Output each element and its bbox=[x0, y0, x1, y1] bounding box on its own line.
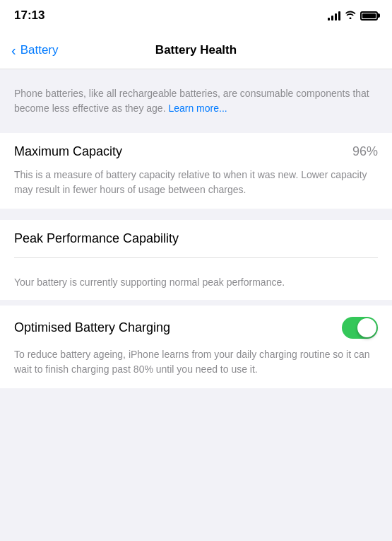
content: Phone batteries, like all rechargeable b… bbox=[0, 69, 392, 388]
toggle-knob bbox=[357, 318, 376, 337]
peak-content: Peak Performance Capability bbox=[0, 220, 392, 257]
section-spacer bbox=[0, 214, 392, 220]
nav-bar: ‹ Battery Battery Health bbox=[0, 31, 392, 69]
charging-row: Optimised Battery Charging bbox=[14, 317, 378, 339]
peak-description-container: Your battery is currently supporting nor… bbox=[0, 258, 392, 300]
info-section: Phone batteries, like all rechargeable b… bbox=[0, 75, 392, 127]
capacity-row: Maximum Capacity 96% bbox=[14, 144, 378, 159]
battery-status-icon bbox=[360, 11, 378, 21]
back-chevron-icon: ‹ bbox=[11, 43, 16, 57]
status-icons bbox=[328, 10, 378, 21]
learn-more-link[interactable]: Learn more... bbox=[168, 103, 227, 114]
back-button[interactable]: ‹ Battery bbox=[11, 43, 59, 57]
charging-description: To reduce battery ageing, iPhone learns … bbox=[14, 347, 378, 377]
capacity-value: 96% bbox=[352, 144, 378, 159]
signal-icon bbox=[328, 11, 340, 21]
status-time: 17:13 bbox=[14, 8, 44, 23]
maximum-capacity-section: Maximum Capacity 96% This is a measure o… bbox=[0, 133, 392, 209]
peak-title: Peak Performance Capability bbox=[14, 231, 378, 246]
nav-title: Battery Health bbox=[155, 43, 237, 57]
charging-label: Optimised Battery Charging bbox=[14, 320, 342, 335]
optimised-charging-toggle[interactable] bbox=[342, 317, 378, 339]
info-text: Phone batteries, like all rechargeable b… bbox=[14, 86, 378, 116]
capacity-content: Maximum Capacity 96% This is a measure o… bbox=[0, 133, 392, 209]
status-bar: 17:13 bbox=[0, 0, 392, 31]
capacity-label: Maximum Capacity bbox=[14, 144, 122, 159]
optimised-charging-section: Optimised Battery Charging To reduce bat… bbox=[0, 306, 392, 388]
back-label: Battery bbox=[20, 43, 59, 57]
wifi-icon bbox=[345, 10, 356, 21]
peak-performance-section: Peak Performance Capability Your battery… bbox=[0, 220, 392, 300]
peak-description: Your battery is currently supporting nor… bbox=[14, 275, 378, 290]
capacity-description: This is a measure of battery capacity re… bbox=[14, 168, 378, 197]
